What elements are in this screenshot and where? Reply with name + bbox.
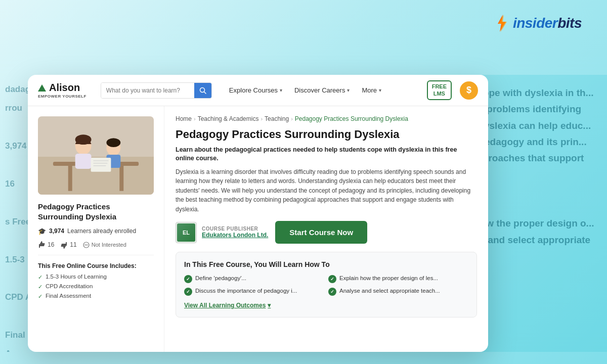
breadcrumb-current: Pedagogy Practices Surrounding Dyslexia <box>295 115 408 122</box>
more-chevron-icon: ▾ <box>379 87 381 93</box>
svg-rect-10 <box>75 154 92 169</box>
include-item-1: ✓ 1.5-3 Hours of Learning <box>38 274 154 281</box>
not-interested-icon <box>83 242 90 248</box>
thumbs-up-icon <box>38 241 46 249</box>
right-panel: Home › Teaching & Academics › Teaching ›… <box>164 106 488 352</box>
outcome-1: ✓ Define 'pedagogy'... <box>184 275 324 283</box>
logo-area[interactable]: Alison EMPOWER YOURSELF <box>38 82 86 99</box>
outcome-check-3: ✓ <box>184 288 192 296</box>
check-icon-3: ✓ <box>38 293 42 300</box>
breadcrumb-sep-1: › <box>194 116 196 122</box>
course-description: Dyslexia is a learning disorder that inv… <box>176 167 477 214</box>
course-thumbnail <box>38 116 154 195</box>
svg-rect-8 <box>119 166 123 191</box>
outcome-4: ✓ Analyse and select appropriate teach..… <box>328 287 468 296</box>
main-card: Alison EMPOWER YOURSELF Explore Courses … <box>28 75 488 352</box>
navbar: Alison EMPOWER YOURSELF Explore Courses … <box>28 75 488 106</box>
insiderbits-logo: insiderbits <box>491 13 582 34</box>
free-lms-button[interactable]: FREE LMS <box>427 80 452 100</box>
svg-marker-1 <box>499 15 507 32</box>
publisher-cta: EL COURSE PUBLISHER Edukators London Ltd… <box>176 221 477 244</box>
logo-name: Alison <box>49 82 80 94</box>
course-subtitle: Learn about the pedagogical practices ne… <box>176 146 477 163</box>
left-panel: Pedagogy Practices Surrounding Dyslexia … <box>28 106 164 352</box>
thumbnail-image <box>38 116 154 195</box>
discover-careers-nav[interactable]: Discover Careers ▾ <box>289 83 355 97</box>
logo-triangle-icon <box>38 84 46 92</box>
logo-mark: Alison <box>38 82 80 94</box>
svg-line-3 <box>204 92 206 94</box>
thumbs-down-button[interactable]: 11 <box>60 241 76 249</box>
search-button[interactable] <box>194 83 211 98</box>
include-item-2: ✓ CPD Accreditation <box>38 283 154 290</box>
chevron-down-icon: ▾ <box>268 302 271 309</box>
coin-button[interactable]: $ <box>460 81 478 100</box>
check-icon-1: ✓ <box>38 274 42 281</box>
breadcrumb-home[interactable]: Home <box>176 115 192 122</box>
explore-chevron-icon: ▾ <box>280 87 282 93</box>
learning-section: In This Free Course, You Will Learn How … <box>176 252 477 317</box>
publisher-name-link[interactable]: Edukators London Ltd. <box>202 232 268 239</box>
thumbnail-illustration <box>38 116 154 195</box>
view-all-outcomes-link[interactable]: View All Learning Outcomes ▾ <box>184 302 468 309</box>
publisher-info: EL COURSE PUBLISHER Edukators London Ltd… <box>176 222 268 243</box>
thumbs-up-button[interactable]: 16 <box>38 241 54 249</box>
breadcrumb-sep-2: › <box>261 116 263 122</box>
more-nav[interactable]: More ▾ <box>357 83 386 97</box>
breadcrumb-sep-3: › <box>291 116 293 122</box>
nav-items: Explore Courses ▾ Discover Careers ▾ Mor… <box>224 83 386 97</box>
not-interested-button[interactable]: Not Interested <box>83 242 126 248</box>
publisher-logo-icon: EL <box>177 223 195 242</box>
outcome-check-2: ✓ <box>328 275 336 283</box>
course-includes: This Free Online Course Includes: ✓ 1.5-… <box>38 262 154 300</box>
breadcrumb-teaching-academics[interactable]: Teaching & Academics <box>198 115 259 122</box>
outcomes-grid: ✓ Define 'pedagogy'... ✓ Explain how the… <box>184 275 468 296</box>
left-course-title: Pedagogy Practices Surrounding Dyslexia <box>38 202 154 222</box>
course-main-title: Pedagogy Practices Surrounding Dyslexia <box>176 127 477 142</box>
outcome-2: ✓ Explain how the proper design of les..… <box>328 275 468 283</box>
svg-rect-15 <box>91 158 111 172</box>
include-item-3: ✓ Final Assessment <box>38 293 154 300</box>
breadcrumb-teaching[interactable]: Teaching <box>265 115 289 122</box>
search-icon <box>199 87 206 94</box>
publisher-logo: EL <box>176 222 197 243</box>
start-course-button[interactable]: Start Course Now <box>275 221 367 244</box>
publisher-details: COURSE PUBLISHER Edukators London Ltd. <box>202 226 268 239</box>
outcome-3: ✓ Discuss the importance of pedagogy i..… <box>184 287 324 296</box>
search-input[interactable] <box>101 83 194 98</box>
logo-tagline: EMPOWER YOURSELF <box>38 94 86 99</box>
breadcrumb: Home › Teaching & Academics › Teaching ›… <box>176 115 477 122</box>
outcome-check-1: ✓ <box>184 275 192 283</box>
learning-section-title: In This Free Course, You Will Learn How … <box>184 260 468 268</box>
insiderbits-bolt-icon <box>491 13 512 34</box>
insiderbits-name: insiderbits <box>513 15 582 31</box>
reaction-bar: 16 11 Not Interested <box>38 241 154 255</box>
explore-courses-nav[interactable]: Explore Courses ▾ <box>224 83 287 97</box>
svg-rect-7 <box>68 166 72 191</box>
search-bar[interactable] <box>101 82 212 99</box>
graduation-icon: 🎓 <box>38 228 46 235</box>
check-icon-2: ✓ <box>38 284 42 290</box>
enrollment-info: 🎓 3,974 Learners already enrolled <box>38 228 154 235</box>
careers-chevron-icon: ▾ <box>347 87 350 93</box>
content-area: Pedagogy Practices Surrounding Dyslexia … <box>28 106 488 352</box>
thumbs-down-icon <box>60 241 68 249</box>
outcome-check-4: ✓ <box>328 288 336 296</box>
svg-point-14 <box>106 138 120 147</box>
